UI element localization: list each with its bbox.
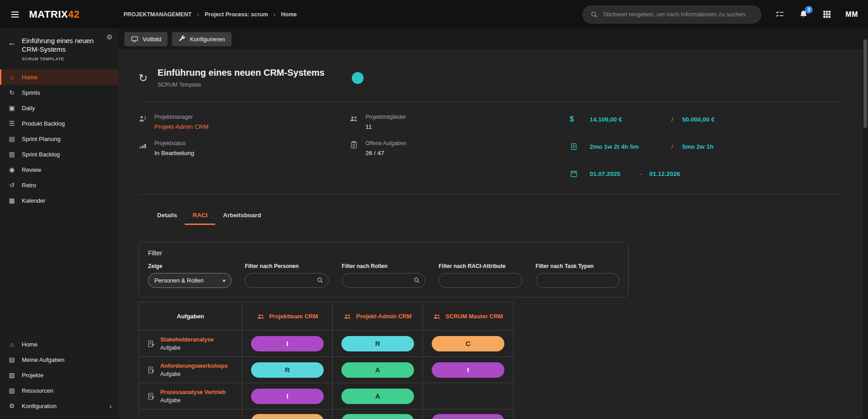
breadcrumb-item-project-process[interactable]: Project Process: scrum [205,11,268,18]
sidebar-item-ressourcen[interactable]: ▨Ressourcen [0,383,118,398]
projekte-icon: ▧ [8,371,16,379]
matrix42-logo[interactable]: MATRIX42 [29,9,79,20]
raci-table-header-row: Aufgaben Projektteam CRM Projekt-Admin C… [139,302,513,331]
filter-tasktypen-input[interactable] [536,273,619,288]
retro-icon: ↺ [8,181,16,189]
global-search[interactable] [582,5,761,24]
user-avatar[interactable]: MM [845,10,858,19]
raci-cell: R [333,331,423,357]
role-column-projektteam[interactable]: Projektteam CRM [242,302,333,331]
project-status-dot [352,72,364,84]
gear-icon[interactable]: ⚙ [107,33,113,41]
sidebar: ← Einführung eines neuen CRM-Systems SCR… [0,29,118,419]
budget-spent: 14.109,00 € [590,116,662,123]
fullscreen-button-label: Vollbild [143,36,161,43]
breadcrumb-item-projektmanagement[interactable]: PROJEKTMANAGEMENT [123,11,192,18]
raci-pill-blank[interactable] [341,414,414,419]
sidebar-item-label: Kalender [22,197,45,204]
review-icon: ◉ [8,166,16,173]
sidebar-item-produkt-backlog[interactable]: ☰Produkt Backlog [0,116,118,131]
sidebar-item-sprint-backlog[interactable]: ▥Sprint Backlog [0,146,118,162]
dates-row: 01.07.2025 - 01.12.2026 [570,170,840,178]
topbar-actions: 3 MM [582,0,858,29]
chevron-down-icon: ▾ [222,278,225,284]
raci-pill-c[interactable]: C [432,336,504,351]
date-separator: - [640,171,642,177]
vertical-scrollbar[interactable] [863,29,868,419]
projektmitglieder-label: Projektmitglieder [365,114,406,120]
checklist-icon[interactable] [775,10,785,19]
task-title-link[interactable]: Prozessanalyse Vertrieb [160,389,226,395]
hamburger-menu-icon[interactable] [10,10,20,19]
kalender-icon: ▦ [8,197,16,204]
info-item-projektmitglieder: Projektmitglieder 11 [350,114,570,130]
fullscreen-button[interactable]: Vollbild [124,32,168,46]
raci-pill-blank[interactable] [432,414,504,419]
configure-button-label: Konfigurieren [190,36,225,43]
date-end: 01.12.2026 [650,171,681,177]
filter-raci-input[interactable] [439,273,522,288]
sidebar-item-konfiguration[interactable]: ⚙Konfiguration› [0,398,118,414]
filter-personen-label: Filter nach Personen [245,263,328,269]
tab-raci[interactable]: RACI [185,206,215,225]
project-header: ↻ Einführung eines neuen CRM-Systems SCR… [138,68,840,88]
sidebar-item-review[interactable]: ◉Review [0,162,118,177]
projektstatus-value: In Bearbeitung [154,150,194,156]
breadcrumb-separator-icon: › [197,11,199,18]
configure-button[interactable]: Konfigurieren [172,32,231,46]
sidebar-item-sprint-planung[interactable]: ▤Sprint Planung [0,131,118,146]
effort-row: 2mo 1w 2t 4h 5m / 5mo 2w 1h [570,142,840,151]
effort-total: 5mo 2w 1h [682,143,714,150]
breadcrumb-separator-icon: › [273,11,276,18]
raci-pill-r[interactable]: R [251,362,324,378]
budget-separator: / [671,116,673,123]
projektmanager-value-link[interactable]: Projekt-Admin CRM [154,123,208,130]
table-row: Prozessanalyse VertriebAufgabeIA [139,383,513,409]
raci-cell: A [333,357,423,383]
raci-pill-i[interactable]: I [251,389,324,404]
info-column-middle: Projektmitglieder 11 Offene Aufgaben 26 … [350,114,570,178]
notification-badge: 3 [805,6,813,14]
sidebar-item-home-global[interactable]: ⌂Home [0,336,118,352]
document-icon [570,142,579,151]
sprints-icon: ↻ [8,89,16,96]
role-column-projekt-admin[interactable]: Projekt-Admin CRM [333,302,423,331]
raci-cell [242,409,333,419]
sidebar-item-home[interactable]: ⌂Home [0,69,118,85]
sidebar-item-meine-aufgaben[interactable]: ▤Meine Aufgaben [0,352,118,367]
sidebar-item-sprints[interactable]: ↻Sprints [0,85,118,100]
sidebar-item-retro[interactable]: ↺Retro [0,177,118,193]
task-cell: StakeholderanalyseAufgabe [139,331,242,357]
raci-pill-i[interactable]: I [432,362,504,378]
apps-grid-icon[interactable] [822,10,832,19]
scrollbar-thumb[interactable] [863,39,867,128]
raci-pill-blank[interactable] [251,414,324,419]
topbar: MATRIX42 PROJEKTMANAGEMENT › Project Pro… [0,0,868,29]
daily-icon: ▣ [8,104,16,112]
sidebar-item-kalender[interactable]: ▦Kalender [0,193,118,208]
task-title-link[interactable]: Stakeholderanalyse [160,336,213,343]
search-input[interactable] [603,11,754,18]
raci-pill-i[interactable]: I [251,336,324,351]
raci-pill-a[interactable]: A [341,362,414,378]
tab-details[interactable]: Details [149,206,185,225]
sidebar-item-daily[interactable]: ▣Daily [0,100,118,116]
sidebar-item-label: Projekte [22,372,44,379]
refresh-icon[interactable]: ↻ [138,73,148,83]
sidebar-item-projekte[interactable]: ▧Projekte [0,367,118,383]
role-column-scrum-master[interactable]: SCRUM Master CRM [423,302,513,331]
tab-arbeitsboard[interactable]: Arbeitsboard [215,206,269,225]
raci-pill-a[interactable]: A [341,389,414,404]
sidebar-item-label: Daily [22,105,35,112]
chevron-right-icon: › [109,402,112,410]
notifications-bell-icon[interactable]: 3 [799,10,809,19]
task-type-label: Aufgabe [160,345,213,351]
raci-pill-r[interactable]: R [341,336,414,351]
filter-raci-label: Filter nach RACI-Attribute [439,263,522,269]
zeige-select[interactable]: Personen & Rollen ▾ [148,273,232,288]
breadcrumb-item-home[interactable]: Home [281,11,297,18]
people-icon [344,312,351,320]
task-title-link[interactable]: Anforderungsworkshops [160,363,228,369]
info-item-offene-aufgaben: Offene Aufgaben 26 / 47 [350,140,570,156]
back-arrow-icon[interactable]: ← [8,38,16,48]
